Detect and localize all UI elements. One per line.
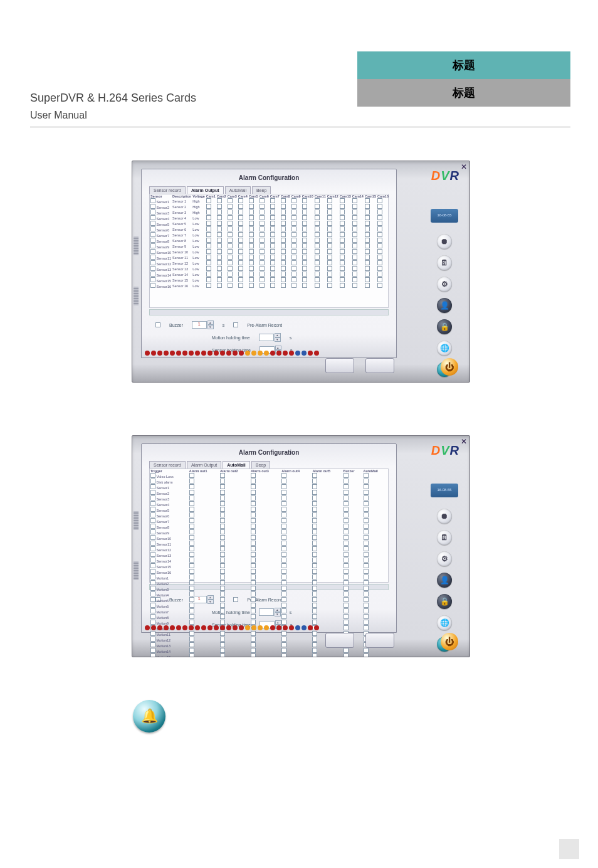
matrix-checkbox[interactable] (249, 215, 254, 220)
matrix-checkbox[interactable] (365, 238, 370, 243)
matrix-checkbox[interactable] (344, 518, 349, 523)
matrix-checkbox[interactable] (365, 243, 370, 248)
matrix-checkbox[interactable] (281, 603, 286, 608)
matrix-checkbox[interactable] (270, 215, 275, 220)
matrix-checkbox[interactable] (220, 490, 225, 495)
matrix-checkbox[interactable] (312, 614, 317, 619)
row-enable-checkbox[interactable] (150, 648, 155, 653)
matrix-checkbox[interactable] (228, 243, 233, 248)
matrix-checkbox[interactable] (281, 586, 286, 591)
matrix-checkbox[interactable] (281, 238, 286, 243)
matrix-checkbox[interactable] (228, 260, 233, 265)
matrix-checkbox[interactable] (251, 620, 256, 625)
matrix-checkbox[interactable] (302, 209, 307, 214)
matrix-checkbox[interactable] (340, 249, 345, 254)
matrix-checkbox[interactable] (228, 283, 233, 288)
matrix-checkbox[interactable] (251, 484, 256, 489)
matrix-checkbox[interactable] (352, 283, 357, 288)
matrix-checkbox[interactable] (315, 272, 320, 277)
matrix-checkbox[interactable] (327, 260, 332, 265)
matrix-checkbox[interactable] (302, 204, 307, 209)
matrix-checkbox[interactable] (249, 255, 254, 260)
matrix-checkbox[interactable] (312, 473, 317, 478)
matrix-checkbox[interactable] (189, 518, 194, 523)
matrix-checkbox[interactable] (327, 221, 332, 226)
matrix-checkbox[interactable] (249, 226, 254, 231)
power-button-icon[interactable]: ⏻ (441, 358, 458, 376)
matrix-checkbox[interactable] (344, 546, 349, 551)
matrix-checkbox[interactable] (281, 490, 286, 495)
matrix-checkbox[interactable] (220, 608, 225, 613)
matrix-checkbox[interactable] (251, 546, 256, 551)
matrix-checkbox[interactable] (189, 620, 194, 625)
matrix-checkbox[interactable] (365, 255, 370, 260)
row-enable-checkbox[interactable] (150, 574, 155, 580)
matrix-checkbox[interactable] (281, 249, 286, 254)
matrix-checkbox[interactable] (189, 552, 194, 557)
matrix-checkbox[interactable] (281, 501, 286, 506)
matrix-checkbox[interactable] (189, 495, 194, 500)
matrix-checkbox[interactable] (281, 574, 286, 580)
matrix-checkbox[interactable] (238, 198, 243, 203)
matrix-checkbox[interactable] (312, 631, 317, 636)
matrix-checkbox[interactable] (344, 591, 349, 596)
matrix-checkbox[interactable] (281, 637, 286, 642)
matrix-checkbox[interactable] (291, 260, 296, 265)
row-enable-checkbox[interactable] (150, 484, 155, 489)
matrix-checkbox[interactable] (189, 529, 194, 534)
matrix-checkbox[interactable] (312, 574, 317, 580)
matrix-checkbox[interactable] (365, 260, 370, 265)
matrix-checkbox[interactable] (220, 529, 225, 534)
matrix-checkbox[interactable] (281, 546, 286, 551)
matrix-checkbox[interactable] (344, 495, 349, 500)
matrix-checkbox[interactable] (189, 603, 194, 608)
matrix-checkbox[interactable] (220, 637, 225, 642)
row-enable-checkbox[interactable] (150, 283, 155, 288)
matrix-checkbox[interactable] (312, 637, 317, 642)
matrix-checkbox[interactable] (352, 266, 357, 271)
matrix-checkbox[interactable] (220, 648, 225, 653)
matrix-checkbox[interactable] (228, 232, 233, 237)
matrix-checkbox[interactable] (189, 490, 194, 495)
matrix-checkbox[interactable] (238, 260, 243, 265)
row-enable-checkbox[interactable] (150, 591, 155, 596)
matrix-checkbox[interactable] (352, 221, 357, 226)
matrix-checkbox[interactable] (270, 204, 275, 209)
matrix-checkbox[interactable] (251, 586, 256, 591)
matrix-checkbox[interactable] (281, 198, 286, 203)
lock-icon[interactable]: 🔒 (437, 594, 452, 609)
matrix-checkbox[interactable] (281, 631, 286, 636)
matrix-checkbox[interactable] (251, 512, 256, 517)
matrix-checkbox[interactable] (344, 552, 349, 557)
matrix-checkbox[interactable] (281, 260, 286, 265)
row-enable-checkbox[interactable] (150, 277, 155, 282)
matrix-checkbox[interactable] (251, 495, 256, 500)
matrix-checkbox[interactable] (251, 473, 256, 478)
row-enable-checkbox[interactable] (150, 614, 155, 619)
matrix-checkbox[interactable] (377, 255, 382, 260)
matrix-checkbox[interactable] (291, 272, 296, 277)
matrix-checkbox[interactable] (291, 204, 296, 209)
matrix-checkbox[interactable] (344, 501, 349, 506)
matrix-checkbox[interactable] (344, 569, 349, 574)
matrix-checkbox[interactable] (364, 603, 369, 608)
matrix-checkbox[interactable] (315, 215, 320, 220)
matrix-checkbox[interactable] (251, 490, 256, 495)
matrix-checkbox[interactable] (344, 648, 349, 653)
matrix-checkbox[interactable] (189, 512, 194, 517)
matrix-checkbox[interactable] (220, 631, 225, 636)
matrix-checkbox[interactable] (270, 232, 275, 237)
matrix-checkbox[interactable] (189, 558, 194, 563)
matrix-checkbox[interactable] (260, 226, 265, 231)
matrix-checkbox[interactable] (270, 238, 275, 243)
matrix-checkbox[interactable] (220, 484, 225, 489)
matrix-checkbox[interactable] (251, 591, 256, 596)
matrix-checkbox[interactable] (377, 204, 382, 209)
matrix-checkbox[interactable] (365, 266, 370, 271)
matrix-checkbox[interactable] (327, 226, 332, 231)
matrix-checkbox[interactable] (340, 198, 345, 203)
matrix-checkbox[interactable] (251, 580, 256, 585)
matrix-checkbox[interactable] (189, 597, 194, 602)
matrix-checkbox[interactable] (206, 204, 211, 209)
matrix-checkbox[interactable] (364, 569, 369, 574)
